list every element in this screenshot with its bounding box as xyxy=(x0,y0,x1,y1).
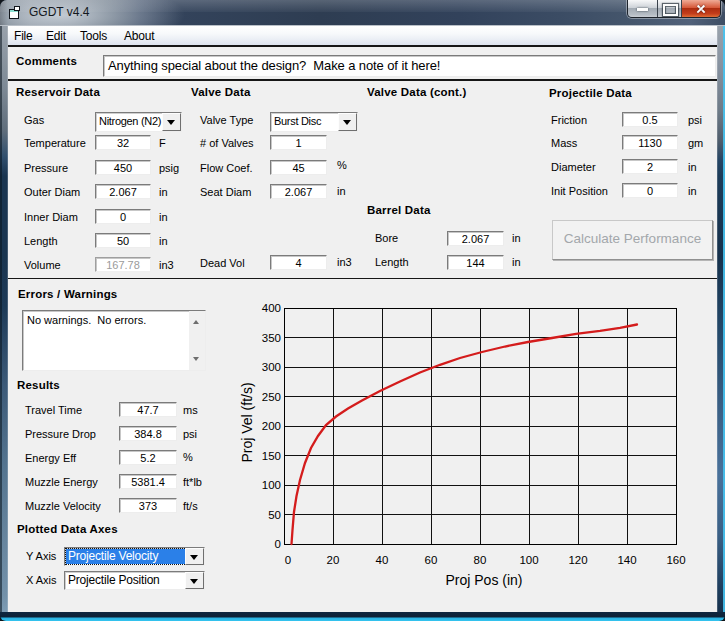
svg-text:350: 350 xyxy=(262,332,281,344)
svg-text:250: 250 xyxy=(262,391,281,403)
svg-text:50: 50 xyxy=(268,509,281,521)
svg-text:Proj Pos (in): Proj Pos (in) xyxy=(445,572,522,588)
svg-text:100: 100 xyxy=(519,554,538,566)
svg-text:0: 0 xyxy=(275,538,281,550)
svg-text:300: 300 xyxy=(262,361,281,373)
svg-text:80: 80 xyxy=(474,554,487,566)
svg-text:100: 100 xyxy=(262,479,281,491)
svg-text:0: 0 xyxy=(285,554,291,566)
svg-text:40: 40 xyxy=(376,554,389,566)
svg-text:200: 200 xyxy=(262,420,281,432)
svg-text:Proj Vel (ft/s): Proj Vel (ft/s) xyxy=(240,382,255,462)
svg-text:150: 150 xyxy=(262,450,281,462)
svg-text:400: 400 xyxy=(262,302,281,314)
svg-text:120: 120 xyxy=(568,554,587,566)
svg-text:160: 160 xyxy=(666,554,685,566)
svg-text:20: 20 xyxy=(327,554,340,566)
svg-text:60: 60 xyxy=(425,554,438,566)
svg-text:140: 140 xyxy=(617,554,636,566)
